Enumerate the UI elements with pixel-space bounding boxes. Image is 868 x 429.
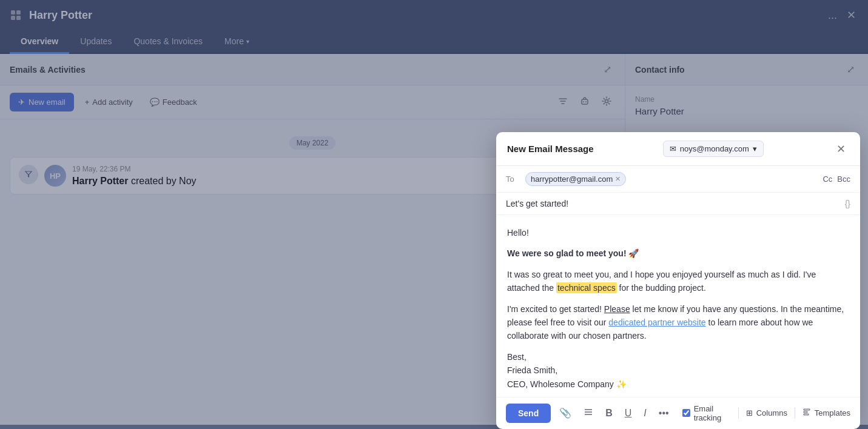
modal-close-button[interactable]: ✕ [833,141,849,157]
body-headline: We were so glad to meet you! 🚀 [507,247,849,260]
to-recipient-tag: harrypotter@gmail.com ✕ [525,172,626,186]
modal-footer: Send 📎 B U I ••• Email tracking ⊞ Column… [496,397,860,429]
columns-option[interactable]: ⊞ Columns [746,408,787,417]
body-p1-highlight: technical specs [556,282,617,293]
templates-option[interactable]: Templates [802,408,850,418]
cc-button[interactable]: Cc [823,175,832,184]
footer-divider-2 [795,408,795,419]
remove-recipient-button[interactable]: ✕ [615,175,621,183]
columns-label: Columns [756,408,787,417]
body-p2-pre: I'm excited to get started! [507,304,604,314]
attach-button[interactable]: 📎 [556,405,575,421]
sign-line-1: Best, [507,350,849,364]
mail-icon: ✉ [670,144,676,153]
bcc-button[interactable]: Bcc [837,175,850,184]
sign-line-2: Frieda Smith, [507,364,849,377]
italic-button[interactable]: I [640,405,650,421]
columns-icon: ⊞ [746,408,753,417]
send-button[interactable]: Send [506,404,551,423]
underline-button[interactable]: U [621,405,636,421]
recipient-email: harrypotter@gmail.com [531,175,613,184]
email-body[interactable]: Hello! We were so glad to meet you! 🚀 It… [496,215,860,397]
sign-line-3: CEO, Wholesome Company ✨ [507,377,849,391]
body-paragraph-1: It was so great to meet you, and I hope … [507,268,849,295]
to-label: To [506,175,520,184]
more-formatting-button[interactable]: ••• [655,405,673,421]
dropdown-icon: ▾ [753,144,757,153]
email-tracking-checkbox[interactable] [682,409,690,417]
template-variable-icon[interactable]: {} [845,199,850,208]
footer-divider-1 [738,408,739,419]
to-row: To harrypotter@gmail.com ✕ Cc Bcc [496,166,860,193]
bold-button[interactable]: B [602,405,616,421]
templates-icon [802,408,811,418]
email-tracking-toggle: Email tracking [682,404,731,422]
body-p2-link2[interactable]: dedicated partner website [608,318,705,327]
templates-label: Templates [815,408,850,417]
subject-input[interactable] [506,199,845,208]
modal-header: New Email Message ✉ noys@monday.com ▾ ✕ [496,132,860,166]
from-email-selector[interactable]: ✉ noys@monday.com ▾ [663,141,764,157]
modal-title: New Email Message [507,144,594,154]
body-greeting: Hello! [507,226,849,239]
subject-row: {} [496,193,860,215]
body-p2-link1[interactable]: Please [604,304,630,314]
from-email-address: noys@monday.com [680,144,749,153]
list-button[interactable] [580,405,597,422]
cc-bcc-buttons: Cc Bcc [823,175,850,184]
body-p1-post: for the budding project. [617,283,706,293]
email-tracking-label: Email tracking [694,404,731,422]
body-paragraph-2: I'm excited to get started! Please let m… [507,302,849,343]
email-compose-modal: New Email Message ✉ noys@monday.com ▾ ✕ … [496,132,860,429]
email-signature: Best, Frieda Smith, CEO, Wholesome Compa… [507,350,849,391]
